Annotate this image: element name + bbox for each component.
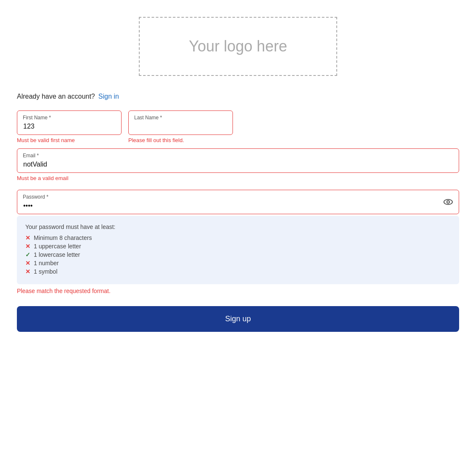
req-min-chars: ✕ Minimum 8 characters	[25, 234, 451, 241]
svg-point-0	[444, 199, 452, 204]
name-fields-row: First Name * Must be valid first name La…	[17, 110, 459, 148]
last-name-group: Last Name * Please fill out this field.	[128, 110, 233, 148]
password-requirements-title: Your password must have at least:	[25, 223, 451, 230]
req-symbol-icon: ✕	[25, 268, 30, 275]
last-name-input[interactable]	[128, 110, 233, 135]
req-uppercase-icon: ✕	[25, 243, 30, 250]
last-name-error: Please fill out this field.	[128, 137, 233, 143]
req-uppercase-text: 1 uppercase letter	[34, 243, 81, 250]
email-input[interactable]	[17, 148, 459, 173]
first-name-input[interactable]	[17, 110, 122, 135]
req-number: ✕ 1 number	[25, 260, 451, 266]
req-symbol: ✕ 1 symbol	[25, 268, 451, 275]
logo-text: Your logo here	[189, 38, 287, 55]
toggle-password-icon[interactable]	[443, 197, 453, 207]
already-account-row: Already have an account? Sign in	[17, 93, 459, 100]
req-min-chars-icon: ✕	[25, 234, 30, 241]
sign-in-link[interactable]: Sign in	[98, 93, 119, 100]
signup-button[interactable]: Sign up	[17, 306, 459, 332]
req-uppercase: ✕ 1 uppercase letter	[25, 243, 451, 250]
password-wrapper: Password *	[17, 190, 459, 214]
password-input[interactable]	[17, 190, 459, 214]
email-group: Email * Must be a valid email	[17, 148, 459, 186]
svg-point-1	[447, 201, 449, 203]
already-account-text: Already have an account?	[17, 93, 95, 100]
req-lowercase: ✓ 1 lowercase letter	[25, 251, 451, 258]
last-name-wrapper: Last Name *	[128, 110, 233, 135]
password-group: Password * Your password must have at le…	[17, 190, 459, 303]
email-error: Must be a valid email	[17, 175, 459, 181]
signup-form: Already have an account? Sign in First N…	[17, 93, 459, 340]
logo-placeholder: Your logo here	[139, 17, 337, 76]
first-name-error: Must be valid first name	[17, 137, 122, 143]
password-requirements-box: Your password must have at least: ✕ Mini…	[17, 216, 459, 284]
email-wrapper: Email *	[17, 148, 459, 173]
first-name-group: First Name * Must be valid first name	[17, 110, 122, 148]
req-number-text: 1 number	[34, 260, 59, 266]
req-lowercase-icon: ✓	[25, 251, 30, 258]
req-min-chars-text: Minimum 8 characters	[34, 234, 92, 241]
first-name-wrapper: First Name *	[17, 110, 122, 135]
req-lowercase-text: 1 lowercase letter	[34, 251, 80, 258]
password-error: Please match the requested format.	[17, 288, 459, 294]
req-number-icon: ✕	[25, 260, 30, 266]
req-symbol-text: 1 symbol	[34, 268, 57, 275]
